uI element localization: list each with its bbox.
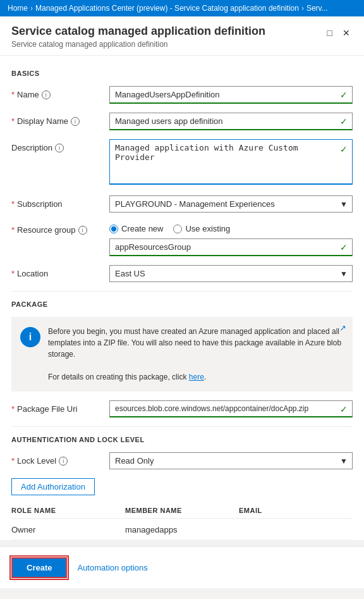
package-info-text: Before you begin, you must have created … bbox=[48, 326, 344, 383]
subscription-required-star: * bbox=[11, 199, 15, 209]
display-name-input-wrapper: ✓ bbox=[109, 113, 353, 130]
main-content: BASICS * Name i ✓ * Display Name i ✓ bbox=[0, 56, 364, 540]
display-name-info-icon[interactable]: i bbox=[71, 117, 80, 126]
resource-group-radio-group: Create new Use existing bbox=[109, 221, 353, 233]
location-required-star: * bbox=[11, 269, 15, 278]
location-label: * Location bbox=[11, 265, 109, 278]
breadcrumb-sep-1: › bbox=[30, 4, 33, 13]
description-info-icon[interactable]: i bbox=[55, 144, 64, 152]
display-name-label: * Display Name i bbox=[11, 113, 109, 126]
location-row: * Location East US ▼ bbox=[11, 265, 353, 282]
name-info-icon[interactable]: i bbox=[42, 90, 51, 99]
description-textarea[interactable]: Managed application with Azure Custom Pr… bbox=[109, 139, 353, 185]
subscription-label: * Subscription bbox=[11, 195, 109, 209]
display-name-required-star: * bbox=[11, 116, 15, 126]
location-select-wrapper: East US ▼ bbox=[109, 265, 353, 282]
lock-level-required-star: * bbox=[11, 456, 15, 466]
member-name-header: MEMBER NAME bbox=[125, 507, 239, 514]
auth-table-header: ROLE NAME MEMBER NAME EMAIL bbox=[11, 503, 353, 519]
page-title: Service catalog managed application defi… bbox=[11, 24, 265, 39]
package-info-icon: i bbox=[20, 327, 40, 347]
display-name-check-icon: ✓ bbox=[340, 116, 348, 127]
breadcrumb-sep-2: › bbox=[301, 4, 304, 13]
page-subtitle: Service catalog managed application defi… bbox=[11, 40, 265, 55]
external-link-icon[interactable]: ↗ bbox=[339, 323, 346, 333]
package-uri-required-star: * bbox=[11, 404, 15, 414]
name-input-wrapper: ✓ bbox=[109, 86, 353, 104]
basics-divider bbox=[11, 291, 353, 292]
package-uri-check-icon: ✓ bbox=[340, 404, 348, 414]
add-authorization-button[interactable]: Add Authorization bbox=[11, 478, 95, 495]
email-header: EMAIL bbox=[239, 507, 353, 514]
resource-group-create-new-radio[interactable] bbox=[109, 225, 118, 233]
resource-group-info-icon[interactable]: i bbox=[78, 226, 87, 235]
resource-group-label: * Resource group i bbox=[11, 221, 109, 235]
name-label: * Name i bbox=[11, 86, 109, 99]
lock-level-row: * Lock Level i Read Only ▼ bbox=[11, 452, 353, 469]
create-button[interactable]: Create bbox=[11, 557, 67, 578]
description-check-icon: ✓ bbox=[340, 144, 348, 154]
subscription-row: * Subscription PLAYGROUND - Management E… bbox=[11, 195, 353, 213]
lock-level-select-wrapper: Read Only ▼ bbox=[109, 452, 353, 469]
role-name-cell: Owner bbox=[11, 525, 125, 534]
package-info-box: i Before you begin, you must have create… bbox=[11, 317, 353, 392]
member-name-cell: managedapps bbox=[125, 525, 239, 534]
description-label: Description i bbox=[11, 139, 109, 152]
resource-group-use-existing-radio[interactable] bbox=[173, 225, 182, 233]
lock-level-select[interactable]: Read Only bbox=[109, 452, 353, 469]
lock-level-info-icon[interactable]: i bbox=[59, 457, 68, 466]
breadcrumb-managed-apps[interactable]: Managed Applications Center (preview) - … bbox=[35, 4, 299, 13]
subscription-select-wrapper: PLAYGROUND - Management Experiences ▼ bbox=[109, 195, 353, 213]
resource-group-input-row: ✓ bbox=[109, 238, 353, 256]
breadcrumb: Home › Managed Applications Center (prev… bbox=[0, 0, 364, 16]
auth-section: Add Authorization ROLE NAME MEMBER NAME … bbox=[11, 478, 353, 540]
resource-group-check-icon: ✓ bbox=[340, 242, 348, 252]
lock-level-label: * Lock Level i bbox=[11, 452, 109, 466]
resource-group-create-new[interactable]: Create new bbox=[109, 224, 163, 233]
package-uri-input[interactable] bbox=[109, 400, 353, 417]
name-row: * Name i ✓ bbox=[11, 86, 353, 104]
page-header: Service catalog managed application defi… bbox=[0, 16, 364, 56]
package-info-link[interactable]: here bbox=[189, 373, 204, 381]
resource-group-row: * Resource group i Create new Use existi… bbox=[11, 221, 353, 256]
role-name-header: ROLE NAME bbox=[11, 507, 125, 514]
table-row: Owner managedapps bbox=[11, 520, 353, 540]
auth-section-title: AUTHENTICATION AND LOCK LEVEL bbox=[11, 436, 353, 443]
breadcrumb-current: Serv... bbox=[306, 4, 328, 13]
display-name-row: * Display Name i ✓ bbox=[11, 113, 353, 130]
package-divider bbox=[11, 426, 353, 427]
package-uri-label: * Package File Uri bbox=[11, 400, 109, 414]
resource-group-required-star: * bbox=[11, 225, 15, 235]
resource-group-input-wrapper: ✓ bbox=[109, 238, 353, 256]
resource-group-input[interactable] bbox=[109, 238, 353, 256]
automation-options-link[interactable]: Automation options bbox=[77, 563, 147, 572]
close-icon-btn[interactable]: ✕ bbox=[340, 27, 353, 39]
basics-section-title: BASICS bbox=[11, 70, 353, 77]
subscription-select[interactable]: PLAYGROUND - Management Experiences bbox=[109, 195, 353, 213]
breadcrumb-home[interactable]: Home bbox=[8, 4, 28, 13]
resource-group-use-existing[interactable]: Use existing bbox=[173, 224, 230, 233]
description-textarea-wrapper: Managed application with Azure Custom Pr… bbox=[109, 139, 353, 187]
display-name-input[interactable] bbox=[109, 113, 353, 130]
footer: Create Automation options bbox=[0, 547, 364, 588]
package-uri-input-wrapper: ✓ bbox=[109, 400, 353, 417]
package-section-title: PACKAGE bbox=[11, 300, 353, 308]
location-select[interactable]: East US bbox=[109, 265, 353, 282]
name-check-icon: ✓ bbox=[340, 90, 348, 100]
window-icon-btn[interactable]: □ bbox=[325, 27, 335, 39]
name-input[interactable] bbox=[109, 86, 353, 104]
name-required-star: * bbox=[11, 90, 15, 99]
package-uri-row: * Package File Uri ✓ bbox=[11, 400, 353, 417]
email-cell bbox=[239, 525, 353, 534]
description-row: Description i Managed application with A… bbox=[11, 139, 353, 187]
